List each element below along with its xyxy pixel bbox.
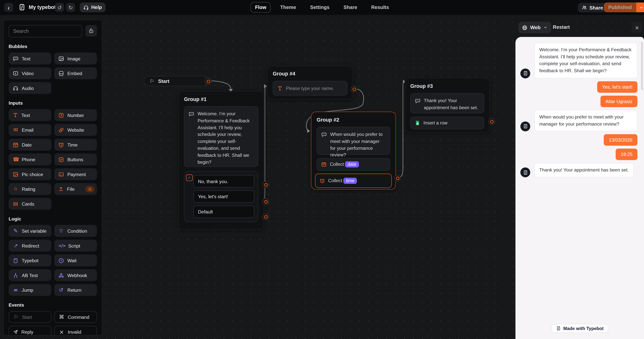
sidebar-item-audio[interactable]: Audio bbox=[8, 82, 51, 94]
sidebar-item-webhook[interactable]: Webhook bbox=[54, 269, 97, 281]
buttons-input-block[interactable]: ✓ No, thank you. Yes, let's start! Defau… bbox=[184, 171, 258, 222]
sidebar-item-rating[interactable]: ☆Rating bbox=[8, 183, 51, 195]
sidebar-item-text-input[interactable]: Text bbox=[8, 109, 51, 121]
text-bubble-block[interactable]: Thank you! Your appointment has been set… bbox=[410, 93, 484, 114]
tab-settings[interactable]: Settings bbox=[306, 2, 334, 13]
close-icon: × bbox=[635, 24, 639, 31]
sidebar-item-email[interactable]: ✉Email bbox=[8, 124, 51, 136]
choice-item[interactable]: Default bbox=[194, 206, 254, 218]
upload-icon bbox=[58, 186, 64, 192]
publish-dropdown-button[interactable] bbox=[636, 2, 644, 12]
typebot-logo bbox=[556, 326, 561, 331]
blocks-sidebar: Bubbles Text Image Video Embed Audio Inp… bbox=[3, 20, 102, 336]
date-input-block[interactable]: Collect date bbox=[316, 158, 390, 171]
sidebar-item-video[interactable]: Video bbox=[8, 67, 51, 79]
restart-button[interactable]: Restart bbox=[553, 24, 570, 30]
group-card-3[interactable]: Group #3 Thank you! Your appointment has… bbox=[404, 78, 490, 132]
close-preview-button[interactable]: × bbox=[632, 22, 642, 33]
sidebar-item-payment[interactable]: Payment bbox=[54, 168, 97, 180]
collect-label: Collect bbox=[330, 162, 344, 167]
choice-item[interactable]: No, thank you. bbox=[194, 175, 254, 188]
sidebar-item-buttons[interactable]: Buttons bbox=[54, 154, 97, 166]
tab-share[interactable]: Share bbox=[339, 2, 362, 13]
sidebar-item-invalid-event[interactable]: ×Invalid bbox=[54, 326, 97, 336]
sidebar-item-ab-test[interactable]: AB Test bbox=[8, 269, 51, 281]
text-bubble-block[interactable]: When would you prefer to meet with your … bbox=[316, 127, 390, 155]
choice-item[interactable]: Yes, let's start! bbox=[194, 190, 254, 203]
text-input-block[interactable]: Please type your name. bbox=[273, 81, 348, 96]
sidebar-item-cards[interactable]: Cards bbox=[8, 198, 51, 210]
sidebar-item-pic-choice[interactable]: Pic choice bbox=[8, 168, 51, 180]
sheets-action-block[interactable]: Insert a row bbox=[410, 116, 484, 130]
publish-button[interactable]: Published bbox=[604, 2, 636, 12]
redo-button[interactable]: ↻ bbox=[66, 3, 75, 12]
back-button[interactable]: ‹ bbox=[4, 3, 13, 12]
sidebar-item-text-bubble[interactable]: Text bbox=[8, 52, 51, 64]
events-grid: ⚐Start ⌘Command Reply ×Invalid bbox=[8, 311, 97, 336]
tab-results[interactable]: Results bbox=[367, 2, 394, 13]
chat-bubble-icon bbox=[13, 56, 18, 61]
time-input-block[interactable]: Collect time bbox=[315, 174, 392, 188]
group4-output-port[interactable] bbox=[351, 86, 357, 92]
runtime-select[interactable]: Web bbox=[518, 22, 551, 33]
made-with-typebot-badge[interactable]: Made with Typebot bbox=[551, 324, 608, 333]
search-input[interactable] bbox=[8, 25, 82, 37]
sidebar-item-date[interactable]: Date bbox=[8, 139, 51, 150]
share-button[interactable]: Share bbox=[578, 3, 607, 12]
group1-option1-port[interactable] bbox=[262, 182, 269, 188]
tab-flow[interactable]: Flow bbox=[250, 2, 271, 13]
sidebar-item-website[interactable]: Website bbox=[54, 124, 97, 136]
variable-chip-date[interactable]: date bbox=[345, 162, 359, 168]
group-card-2[interactable]: Group #2 When would you prefer to meet w… bbox=[311, 112, 396, 190]
sidebar-item-return[interactable]: ↺Return bbox=[54, 284, 97, 296]
group1-option3-port[interactable] bbox=[262, 214, 269, 220]
tab-theme[interactable]: Theme bbox=[276, 2, 301, 13]
webhook-icon bbox=[58, 272, 64, 278]
sidebar-item-command-event[interactable]: ⌘Command bbox=[54, 311, 97, 323]
sidebar-item-number[interactable]: Number bbox=[54, 109, 97, 121]
text-bubble-block[interactable]: Welcome. I’m your Performance & Feedback… bbox=[184, 106, 258, 167]
locked-feature-badge bbox=[86, 186, 94, 192]
group3-output-port[interactable] bbox=[488, 118, 495, 124]
headphones-icon bbox=[13, 85, 18, 91]
sidebar-lock-button[interactable] bbox=[86, 25, 97, 36]
start-output-port[interactable] bbox=[205, 78, 211, 84]
sidebar-item-time[interactable]: Time bbox=[54, 139, 97, 150]
undo-button[interactable]: ↺ bbox=[55, 3, 64, 12]
group2-output-port[interactable] bbox=[394, 175, 401, 181]
sidebar-item-typebot[interactable]: Typebot bbox=[8, 254, 51, 266]
group-title: Group #2 bbox=[316, 117, 390, 123]
embed-icon bbox=[58, 70, 64, 76]
app: ⚐ Start Group #1 Welcome. I’m your Perfo… bbox=[0, 0, 644, 339]
workspace-title[interactable]: My typebot bbox=[29, 4, 56, 10]
send-icon bbox=[13, 329, 18, 334]
split-test-icon bbox=[13, 272, 18, 278]
help-button[interactable]: Help bbox=[80, 2, 106, 12]
sidebar-item-embed[interactable]: Embed bbox=[54, 67, 97, 79]
group-card-4[interactable]: Group #4 Please type your name. bbox=[267, 66, 353, 100]
sidebar-item-image[interactable]: Image bbox=[54, 52, 97, 64]
sidebar-item-condition[interactable]: ▽Condition bbox=[54, 225, 97, 237]
star-icon: ☆ bbox=[13, 186, 18, 192]
sidebar-item-set-variable[interactable]: ✎Set variable bbox=[8, 225, 51, 237]
group-card-1[interactable]: Group #1 Welcome. I’m your Performance &… bbox=[178, 91, 264, 230]
variable-chip-time[interactable]: time bbox=[344, 178, 357, 184]
preview-scrollbar[interactable] bbox=[641, 42, 643, 90]
start-node[interactable]: ⚐ Start bbox=[144, 76, 208, 86]
sidebar-item-script[interactable]: </>Script bbox=[54, 240, 97, 252]
back-icon: ‹ bbox=[8, 4, 10, 11]
sidebar-item-file[interactable]: File bbox=[54, 183, 97, 195]
buttons-input-icon: ✓ bbox=[186, 174, 192, 181]
sidebar-item-reply-event[interactable]: Reply bbox=[8, 326, 51, 336]
sidebar-item-phone[interactable]: ☎Phone bbox=[8, 154, 51, 166]
credit-card-icon bbox=[58, 171, 64, 177]
sidebar-item-start-event[interactable]: ⚐Start bbox=[8, 311, 51, 323]
group-title: Group #1 bbox=[184, 96, 258, 102]
group1-option2-port[interactable] bbox=[262, 198, 269, 205]
sidebar-item-wait[interactable]: Wait bbox=[54, 254, 97, 266]
sidebar-item-redirect[interactable]: ↗Redirect bbox=[8, 240, 51, 252]
bot-avatar bbox=[520, 68, 530, 78]
link-icon bbox=[58, 127, 64, 133]
sidebar-item-jump[interactable]: ∞Jump bbox=[8, 284, 51, 296]
calendar-icon bbox=[13, 142, 18, 148]
